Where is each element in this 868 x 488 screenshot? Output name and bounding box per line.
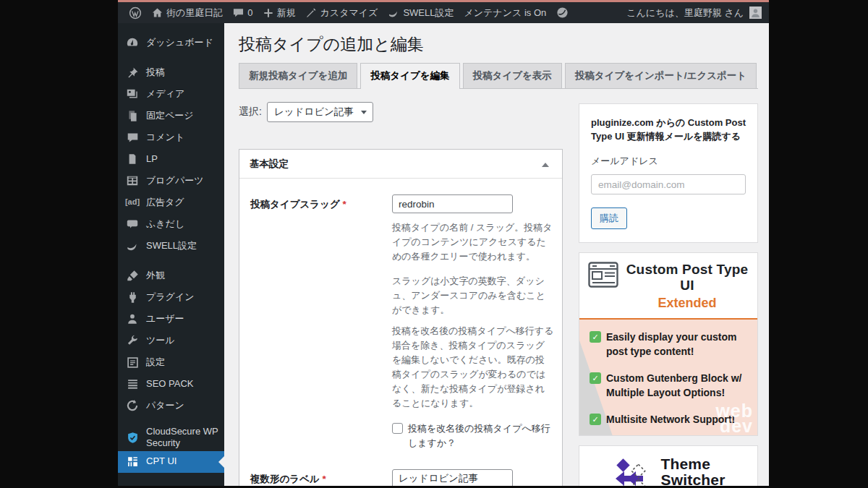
- sidebar-item-posts[interactable]: 投稿: [118, 61, 224, 83]
- webdev-watermark: web dev: [715, 403, 753, 435]
- sidebar-item-label: 広告タグ: [146, 197, 184, 208]
- user-icon: [125, 313, 140, 325]
- promo-sidebar: pluginize.com からの Custom Post Type UI 更新…: [579, 89, 758, 486]
- tab-import-export-post-type[interactable]: 投稿タイプをインポート/エクスポート: [565, 63, 757, 88]
- slug-field-label: 投稿タイプスラッグ: [250, 199, 340, 210]
- sidebar-item-label: 外観: [146, 270, 165, 281]
- seo-list-icon: [125, 378, 140, 390]
- sidebar-item-media[interactable]: メディア: [118, 83, 224, 105]
- selected-post-type: レッドロビン記事: [274, 106, 354, 119]
- page-title: 投稿タイプの追加と編集: [239, 33, 758, 56]
- wordpress-logo-menu[interactable]: [124, 2, 147, 23]
- wordpress-logo-icon: [129, 7, 142, 20]
- customize-menu[interactable]: カスタマイズ: [301, 2, 383, 23]
- document-icon: [125, 153, 140, 165]
- swell-settings-menu[interactable]: SWELL設定: [383, 2, 459, 23]
- browser-window-icon: [588, 262, 618, 291]
- sidebar-item-patterns[interactable]: パターン: [118, 395, 224, 416]
- comments-menu[interactable]: 0: [228, 2, 258, 23]
- sidebar-item-users[interactable]: ユーザー: [118, 308, 224, 330]
- panel-title: 基本設定: [250, 158, 289, 171]
- banner-feature: ✓ Easily display your custom post type c…: [590, 330, 747, 359]
- rotate-arrow-icon: [125, 399, 140, 412]
- sidebar-item-pages[interactable]: 固定ページ: [118, 105, 224, 127]
- post-type-select[interactable]: レッドロビン記事: [267, 102, 373, 122]
- check-icon: ✓: [590, 414, 601, 425]
- sidebar-item-label: LP: [146, 153, 158, 165]
- pages-icon: [125, 110, 140, 122]
- globe-menu[interactable]: [551, 2, 574, 23]
- check-icon: ✓: [590, 331, 601, 343]
- banner-subtitle: Extended: [626, 296, 749, 311]
- sidebar-item-seo-pack[interactable]: SEO PACK: [118, 373, 224, 395]
- site-name: 街の里庭日記: [166, 7, 223, 20]
- sidebar-item-label: ブログパーツ: [146, 175, 204, 187]
- plus-icon: [263, 8, 273, 18]
- plural-label-field-label: 複数形のラベル: [250, 474, 320, 484]
- sidebar-item-dashboard[interactable]: ダッシュボード: [118, 32, 224, 53]
- email-field[interactable]: [591, 174, 746, 194]
- sidebar-item-label: SEO PACK: [146, 378, 194, 390]
- maintenance-status-menu[interactable]: メンテナンス is On: [459, 2, 551, 23]
- plural-label-field-row: 複数形のラベル * この投稿タイプの管理メニュー項目として使われます。: [250, 469, 551, 486]
- select-label: 選択:: [239, 106, 262, 119]
- newsletter-title: pluginize.com からの Custom Post Type UI 更新…: [591, 116, 746, 143]
- comment-bubble-icon: [233, 7, 244, 18]
- banner-title: Custom Post Type UI: [626, 262, 749, 294]
- sidebar-item-cpt-ui[interactable]: CPT UI: [118, 451, 224, 473]
- tab-bar: 新規投稿タイプを追加 投稿タイプを編集 投稿タイプを表示 投稿タイプをインポート…: [239, 63, 758, 89]
- comments-icon: [125, 132, 140, 144]
- sidebar-item-swell-settings[interactable]: SWELL設定: [118, 235, 224, 257]
- sidebar-item-label: SWELL設定: [146, 240, 197, 252]
- howdy-text[interactable]: こんにちは、里庭野親 さん: [626, 7, 744, 20]
- speech-bubble-icon: [125, 218, 140, 231]
- sidebar-item-label: プラグイン: [146, 291, 195, 303]
- sidebar-item-comments[interactable]: コメント: [118, 127, 224, 148]
- sidebar-item-label: ユーザー: [146, 313, 184, 325]
- comment-count: 0: [247, 7, 252, 18]
- email-label: メールアドレス: [591, 155, 746, 168]
- sidebar-item-label: 投稿: [146, 67, 165, 78]
- shield-check-icon: [125, 432, 140, 444]
- sidebar-item-settings[interactable]: 設定: [118, 351, 224, 373]
- subscribe-button[interactable]: 購読: [591, 207, 627, 229]
- wordpress-admin-window: 街の里庭日記 0 新規 カスタマイズ SWELL設定 メ: [118, 0, 769, 486]
- plugin-icon: [125, 291, 140, 304]
- sidebar-item-cloudsecure[interactable]: CloudSecure WP Security: [118, 424, 224, 451]
- dashboard-icon: [125, 36, 140, 49]
- user-avatar[interactable]: [749, 7, 762, 19]
- theme-switcher-banner[interactable]: Theme Switcher Pro Multiple Themes, One …: [579, 445, 758, 486]
- tab-add-new-post-type[interactable]: 新規投稿タイプを追加: [239, 63, 357, 88]
- pencil-icon: [306, 7, 317, 18]
- check-icon: ✓: [590, 372, 601, 384]
- tab-edit-post-type[interactable]: 投稿タイプを編集: [360, 63, 459, 89]
- sidebar-item-plugins[interactable]: プラグイン: [118, 286, 224, 308]
- banner-feature: ✓ Custom Gutenberg Block w/ Multiple Lay…: [590, 371, 747, 400]
- chevron-down-icon: [361, 111, 367, 114]
- sidebar-item-lp[interactable]: LP: [118, 148, 224, 170]
- ts-title-line: Theme: [660, 456, 725, 472]
- sidebar-item-fukidashi[interactable]: ふきだし: [118, 213, 224, 235]
- sidebar-item-appearance[interactable]: 外観: [118, 265, 224, 286]
- sidebar-item-label: ダッシュボード: [146, 37, 213, 48]
- settings-icon: [125, 356, 140, 369]
- sidebar-item-label: メディア: [146, 88, 184, 100]
- sidebar-item-ad-tags[interactable]: [ad] 広告タグ: [118, 192, 224, 213]
- plural-label-input[interactable]: [392, 469, 513, 486]
- migrate-posts-checkbox[interactable]: [392, 423, 403, 434]
- grid-icon: [125, 174, 140, 187]
- slug-input[interactable]: [392, 194, 513, 213]
- sidebar-item-tools[interactable]: ツール: [118, 330, 224, 351]
- tab-view-post-type[interactable]: 投稿タイプを表示: [463, 63, 562, 88]
- cptui-extended-banner[interactable]: Custom Post Type UI Extended ✓ Easily di…: [579, 252, 758, 436]
- basic-settings-panel: 基本設定 投稿タイプスラッグ * 投稿タ: [239, 149, 563, 486]
- media-icon: [125, 87, 140, 100]
- wrench-icon: [125, 335, 140, 347]
- sidebar-item-blog-parts[interactable]: ブログパーツ: [118, 170, 224, 192]
- new-content-menu[interactable]: 新規: [258, 2, 301, 23]
- required-asterisk: *: [323, 474, 326, 484]
- panel-collapse-button[interactable]: [539, 155, 552, 172]
- site-name-menu[interactable]: 街の里庭日記: [147, 2, 228, 23]
- sidebar-item-label: コメント: [146, 132, 184, 143]
- slug-description-3: 投稿を改名後の投稿タイプへ移行する場合を除き、投稿タイプのスラッグを編集しないで…: [392, 324, 554, 411]
